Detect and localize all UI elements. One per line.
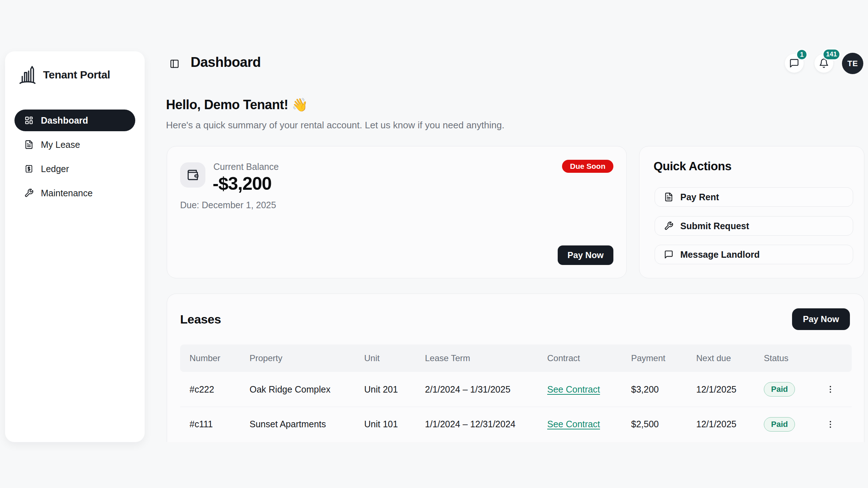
file-text-icon	[664, 192, 673, 202]
more-vertical-icon	[826, 420, 835, 429]
quick-actions-card: Quick Actions Pay Rent Submit Request Me…	[639, 146, 864, 278]
due-soon-badge: Due Soon	[562, 160, 613, 173]
greeting-title: Hello, Demo Tenant! 👋	[166, 97, 308, 112]
page-title: Dashboard	[191, 55, 261, 70]
sidebar-item-maintenance[interactable]: Maintenance	[14, 182, 135, 204]
column-header: Contract	[538, 353, 622, 363]
leases-table: Number Property Unit Lease Term Contract…	[180, 344, 852, 441]
row-menu-button[interactable]	[822, 416, 838, 432]
column-header: Next due	[687, 353, 754, 363]
balance-amount: -$3,200	[213, 173, 272, 194]
lease-payment: $2,500	[622, 419, 687, 429]
column-header: Payment	[622, 353, 687, 363]
lease-next-due: 12/1/2025	[687, 384, 754, 395]
column-header: Status	[754, 353, 812, 363]
submit-request-button[interactable]: Submit Request	[655, 216, 853, 236]
lease-property: Sunset Apartments	[240, 419, 355, 429]
balance-card: Current Balance -$3,200 Due Soon Due: De…	[167, 146, 627, 278]
leases-pay-now-button[interactable]: Pay Now	[792, 308, 850, 330]
action-label: Message Landlord	[680, 249, 760, 260]
sidebar-toggle-button[interactable]	[167, 56, 182, 71]
receipt-icon	[24, 164, 34, 174]
leases-title: Leases	[180, 312, 221, 326]
action-label: Submit Request	[680, 221, 749, 231]
sidebar-item-label: Maintenance	[41, 188, 93, 198]
sidebar-item-dashboard[interactable]: Dashboard	[14, 110, 135, 131]
status-badge: Paid	[764, 417, 795, 432]
message-landlord-button[interactable]: Message Landlord	[655, 245, 853, 264]
panel-left-icon	[170, 59, 179, 69]
more-vertical-icon	[826, 385, 835, 394]
wallet-icon	[187, 169, 199, 181]
status-badge: Paid	[764, 382, 795, 397]
lease-number: #c111	[180, 419, 240, 429]
wallet-icon-container	[180, 162, 205, 188]
file-text-icon	[24, 140, 34, 149]
row-menu-button[interactable]	[822, 381, 838, 397]
leases-card: Leases Pay Now Number Property Unit Leas…	[167, 294, 864, 442]
see-contract-link[interactable]: See Contract	[547, 384, 600, 394]
user-avatar[interactable]: TE	[842, 53, 863, 74]
table-row: #c222 Oak Ridge Complex Unit 201 2/1/202…	[180, 372, 852, 407]
sidebar: Tenant Portal Dashboard My	[5, 51, 145, 442]
column-header: Number	[180, 353, 240, 363]
sidebar-item-ledger[interactable]: Ledger	[14, 158, 135, 180]
column-header: Property	[240, 353, 355, 363]
table-row: #c111 Sunset Apartments Unit 101 1/1/202…	[180, 407, 852, 441]
messages-count-badge: 1	[796, 49, 808, 60]
sidebar-item-my-lease[interactable]: My Lease	[14, 134, 135, 155]
lease-number: #c222	[180, 384, 240, 395]
action-label: Pay Rent	[680, 192, 719, 202]
greeting-text: Hello, Demo Tenant!	[166, 97, 288, 112]
buildings-logo-icon	[17, 64, 38, 86]
message-square-icon	[789, 58, 799, 68]
sidebar-item-label: Ledger	[41, 164, 69, 174]
lease-next-due: 12/1/2025	[687, 419, 754, 429]
wrench-icon	[24, 188, 34, 198]
pay-rent-button[interactable]: Pay Rent	[655, 187, 853, 207]
wrench-icon	[664, 221, 673, 231]
message-square-icon	[664, 250, 673, 259]
lease-term: 1/1/2024 – 12/31/2024	[416, 419, 538, 429]
lease-term: 2/1/2024 – 1/31/2025	[416, 384, 538, 395]
column-header: Lease Term	[416, 353, 538, 363]
lease-property: Oak Ridge Complex	[240, 384, 355, 395]
lease-unit: Unit 101	[355, 419, 416, 429]
see-contract-link[interactable]: See Contract	[547, 419, 600, 429]
lease-payment: $3,200	[622, 384, 687, 395]
notifications-count-badge: 141	[822, 48, 841, 60]
table-header-row: Number Property Unit Lease Term Contract…	[180, 344, 852, 372]
sidebar-nav: Dashboard My Lease Ledger	[14, 110, 135, 206]
wave-emoji: 👋	[292, 97, 308, 112]
dashboard-grid-icon	[24, 116, 34, 125]
column-header: Unit	[355, 353, 416, 363]
pay-now-button[interactable]: Pay Now	[558, 245, 613, 265]
greeting-subtitle: Here's a quick summary of your rental ac…	[166, 120, 505, 131]
quick-actions-title: Quick Actions	[654, 159, 731, 173]
due-date-text: Due: December 1, 2025	[180, 200, 276, 210]
balance-label: Current Balance	[213, 162, 279, 172]
brand-name: Tenant Portal	[43, 69, 110, 81]
sidebar-item-label: Dashboard	[41, 115, 88, 126]
sidebar-item-label: My Lease	[41, 140, 80, 150]
brand: Tenant Portal	[5, 51, 145, 86]
lease-unit: Unit 201	[355, 384, 416, 395]
